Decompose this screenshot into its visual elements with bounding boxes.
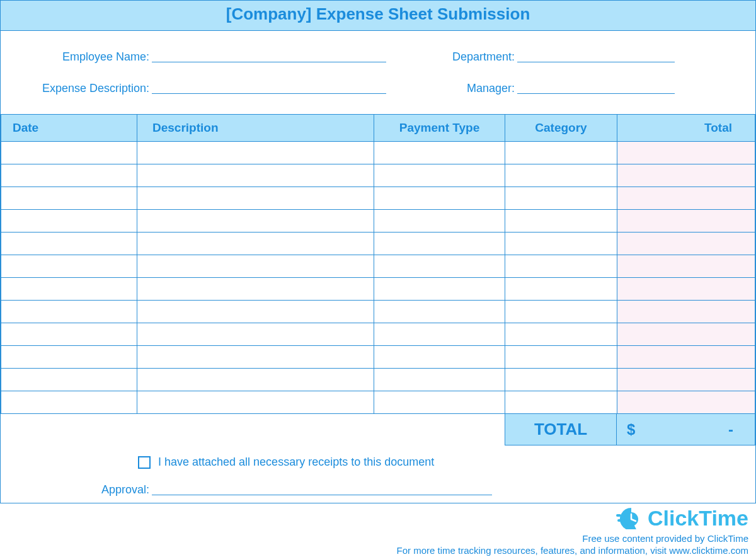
table-cell[interactable] — [1, 323, 137, 346]
table-cell[interactable] — [505, 233, 617, 255]
col-description: Description — [137, 115, 374, 142]
clicktime-logo: ClickTime — [616, 506, 748, 531]
table-cell[interactable] — [617, 255, 755, 278]
table-row — [1, 210, 755, 233]
table-row — [1, 142, 755, 164]
grand-total-value: $ - — [617, 414, 755, 445]
receipts-checkbox[interactable] — [138, 456, 151, 469]
table-row — [1, 233, 755, 255]
table-cell[interactable] — [1, 346, 137, 369]
table-cell[interactable] — [374, 323, 505, 346]
expense-sheet: [Company] Expense Sheet Submission Emplo… — [0, 0, 756, 503]
table-cell[interactable] — [137, 233, 374, 255]
table-cell[interactable] — [1, 142, 137, 164]
table-row — [1, 301, 755, 323]
table-cell[interactable] — [374, 369, 505, 391]
employee-name-label: Employee Name: — [13, 50, 152, 64]
table-cell[interactable] — [617, 346, 755, 369]
table-cell[interactable] — [137, 301, 374, 323]
table-cell[interactable] — [617, 210, 755, 233]
table-cell[interactable] — [505, 323, 617, 346]
table-cell[interactable] — [617, 187, 755, 210]
grand-total-row: TOTAL $ - — [1, 414, 755, 445]
table-row — [1, 278, 755, 301]
svg-rect-2 — [617, 519, 622, 522]
table-cell[interactable] — [374, 255, 505, 278]
table-cell[interactable] — [137, 142, 374, 164]
table-cell[interactable] — [617, 233, 755, 255]
table-cell[interactable] — [374, 142, 505, 164]
grand-total-amount: - — [728, 421, 733, 439]
table-cell[interactable] — [505, 142, 617, 164]
grand-total-label: TOTAL — [505, 414, 617, 445]
table-cell[interactable] — [1, 391, 137, 414]
table-cell[interactable] — [374, 187, 505, 210]
table-cell[interactable] — [505, 255, 617, 278]
table-cell[interactable] — [617, 142, 755, 164]
table-cell[interactable] — [617, 323, 755, 346]
table-cell[interactable] — [374, 164, 505, 187]
table-cell[interactable] — [374, 210, 505, 233]
table-cell[interactable] — [137, 323, 374, 346]
table-row — [1, 391, 755, 414]
table-cell[interactable] — [374, 346, 505, 369]
employee-name-input[interactable] — [152, 49, 386, 64]
footer: ClickTime Free use content provided by C… — [0, 503, 756, 557]
manager-input[interactable] — [517, 80, 675, 95]
approval-label: Approval: — [13, 483, 152, 497]
department-input[interactable] — [517, 49, 675, 64]
col-payment-type: Payment Type — [374, 115, 505, 142]
clock-icon — [616, 508, 644, 529]
table-cell[interactable] — [137, 391, 374, 414]
table-cell[interactable] — [374, 391, 505, 414]
table-cell[interactable] — [1, 369, 137, 391]
page-title: [Company] Expense Sheet Submission — [1, 1, 755, 31]
table-cell[interactable] — [137, 210, 374, 233]
table-cell[interactable] — [617, 164, 755, 187]
table-cell[interactable] — [617, 369, 755, 391]
table-cell[interactable] — [617, 301, 755, 323]
table-cell[interactable] — [505, 346, 617, 369]
expense-description-label: Expense Description: — [13, 82, 152, 95]
svg-rect-1 — [616, 514, 621, 517]
table-cell[interactable] — [137, 164, 374, 187]
table-cell[interactable] — [1, 210, 137, 233]
table-cell[interactable] — [137, 346, 374, 369]
department-label: Department: — [386, 50, 517, 64]
table-cell[interactable] — [374, 301, 505, 323]
table-cell[interactable] — [505, 391, 617, 414]
table-cell[interactable] — [1, 301, 137, 323]
approval-input[interactable] — [152, 481, 492, 497]
table-cell[interactable] — [505, 164, 617, 187]
table-cell[interactable] — [505, 369, 617, 391]
table-cell[interactable] — [505, 210, 617, 233]
footer-line-2: For more time tracking resources, featur… — [0, 545, 748, 556]
table-cell[interactable] — [374, 233, 505, 255]
table-cell[interactable] — [505, 187, 617, 210]
brand-name: ClickTime — [648, 506, 748, 531]
table-row — [1, 164, 755, 187]
table-cell[interactable] — [137, 187, 374, 210]
table-cell[interactable] — [505, 301, 617, 323]
footer-line-1: Free use content provided by ClickTime — [0, 533, 748, 544]
expense-description-input[interactable] — [152, 80, 386, 95]
table-cell[interactable] — [1, 278, 137, 301]
table-cell[interactable] — [137, 255, 374, 278]
expense-table: Date Description Payment Type Category T… — [1, 114, 755, 414]
table-cell[interactable] — [374, 278, 505, 301]
col-category: Category — [505, 115, 617, 142]
table-cell[interactable] — [1, 255, 137, 278]
table-cell[interactable] — [137, 278, 374, 301]
table-cell[interactable] — [1, 233, 137, 255]
table-row — [1, 369, 755, 391]
table-cell[interactable] — [1, 187, 137, 210]
table-cell[interactable] — [617, 391, 755, 414]
table-cell[interactable] — [617, 278, 755, 301]
table-cell[interactable] — [505, 278, 617, 301]
currency-symbol: $ — [627, 421, 635, 439]
table-cell[interactable] — [137, 369, 374, 391]
table-row — [1, 255, 755, 278]
table-row — [1, 346, 755, 369]
table-cell[interactable] — [1, 164, 137, 187]
col-total: Total — [617, 115, 755, 142]
